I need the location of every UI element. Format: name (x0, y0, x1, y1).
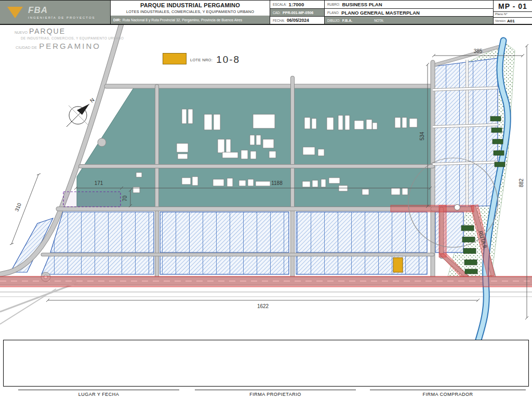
project-address: DIR: Ruta Nacional 8 y Ruta Provincial 3… (111, 16, 270, 24)
lote-legend-value: 10-8 (216, 55, 240, 64)
dimension-1622: 1622 (46, 299, 480, 309)
escala-row: ESCALA: 1:7000 (270, 1, 324, 9)
dibujo-label: DIBUJO: (327, 19, 340, 22)
fba-triangle-icon (7, 7, 23, 18)
svg-text:1188: 1188 (271, 180, 283, 186)
company-tagline: INGENIERÍA DE PROYECTOS (28, 16, 96, 19)
signature-firma-comprador: FIRMA COMPRADOR (370, 390, 526, 397)
company-logo: FBA INGENIERÍA DE PROYECTOS (0, 1, 111, 24)
rubro-row: RUBRO: BUSINESS PLAN (325, 1, 493, 9)
plano-label: PLANO: (327, 11, 339, 15)
header-pre1: NUEVO (15, 31, 28, 34)
escala-value: 1:7000 (289, 2, 304, 7)
escala-label: ESCALA: (273, 3, 287, 6)
lote-legend-label: LOTE NRO: (190, 58, 212, 64)
nota-label: NOTA: (374, 19, 384, 22)
header-title1: PARQUE (29, 27, 65, 35)
svg-text:534: 534 (419, 131, 425, 140)
rubro-value: BUSINESS PLAN (342, 2, 382, 7)
title-block: FBA INGENIERÍA DE PROYECTOS PARQUE INDUS… (0, 0, 532, 25)
dir-value: Ruta Nacional 8 y Ruta Provincial 32, Pe… (123, 18, 242, 22)
company-name: FBA (28, 6, 96, 15)
north-label: N (89, 97, 96, 103)
drawing-header: NUEVOPARQUE DE INDUSTRIAS, COMERCIOS, Y … (15, 26, 124, 51)
fecha-value: 06/05/2024 (287, 18, 309, 23)
header-title3: PERGAMINO (39, 42, 101, 50)
signature-label: FIRMA COMPRADOR (370, 392, 526, 397)
masterplan-drawing: RUTA 8 1622 385 534 882 171 1188 70 310 (0, 0, 532, 341)
lote-legend: LOTE NRO: 10-8 (163, 51, 240, 64)
header-pre3: CIUDAD DE (16, 45, 37, 50)
dibujo-value: F.B.A. (342, 19, 352, 22)
svg-text:310: 310 (14, 202, 23, 212)
svg-text:1622: 1622 (257, 303, 269, 309)
industrial-zone (77, 87, 431, 207)
version-value: A01 (507, 19, 515, 23)
lote-10-8-highlight (393, 258, 403, 272)
svg-text:70: 70 (122, 195, 128, 202)
sheet-plano-n-label: Plano N° (494, 12, 532, 18)
signature-lugar-y-fecha: LUGAR Y FECHA (18, 390, 179, 397)
dir-label: DIR: (113, 18, 121, 22)
header-line2: DE INDUSTRIAS, COMERCIOS, Y EQUIPAMIENTO… (21, 36, 124, 40)
signature-line (18, 390, 179, 390)
rubro-label: RUBRO: (327, 3, 340, 6)
sheet-number: MP - 01 (494, 1, 532, 12)
cad-value: PPR-001-MP-0506 (283, 11, 313, 15)
signature-label: FIRMA PROPIETARIO (195, 392, 356, 397)
dibujo-row: DIBUJO: F.B.A. NOTA: (325, 17, 493, 24)
plano-value: PLANO GENERAL MASTERPLAN (341, 10, 420, 16)
svg-text:171: 171 (95, 180, 103, 186)
notes-box (3, 340, 529, 387)
project-subtitle: LOTES INDUSTRIALES, COMERCIALES, Y EQUIP… (111, 9, 270, 16)
signature-line (195, 390, 356, 390)
cad-label: CAD: (273, 11, 281, 15)
plano-row: PLANO: PLANO GENERAL MASTERPLAN (325, 9, 493, 17)
signature-line (370, 390, 526, 390)
signature-firma-propietario: FIRMA PROPIETARIO (195, 390, 356, 397)
svg-text:385: 385 (474, 48, 483, 54)
dashed-parcel-outline (63, 192, 121, 207)
project-title: PARQUE INDUSTRIAL PERGAMINO (111, 1, 270, 9)
cad-row: CAD: PPR-001-MP-0506 (270, 9, 324, 17)
signature-label: LUGAR Y FECHA (18, 392, 179, 397)
svg-text:882: 882 (518, 178, 524, 187)
fecha-label: FECHA: (273, 19, 285, 22)
fecha-row: FECHA: 06/05/2024 (270, 17, 324, 24)
lote-color-swatch (163, 53, 187, 64)
version-label: Versión (495, 19, 506, 22)
sheet-version: Versión A01 (494, 18, 532, 24)
